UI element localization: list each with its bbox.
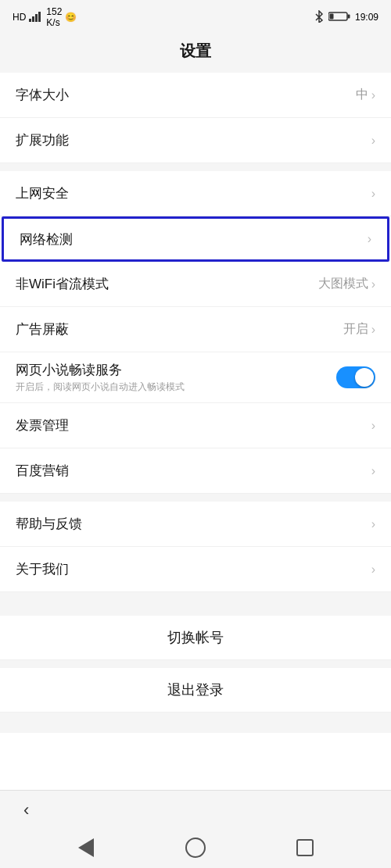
chevron-icon: ›: [371, 323, 375, 337]
status-emoji: 😊: [65, 12, 77, 23]
chevron-icon: ›: [371, 88, 375, 102]
nav-back-button[interactable]: [75, 837, 97, 859]
svg-rect-2: [35, 14, 38, 22]
baidu-marketing-label: 百度营销: [16, 462, 69, 480]
novel-read-toggle[interactable]: [336, 366, 375, 388]
settings-gap-3: [0, 592, 391, 600]
nav-recents-button[interactable]: [294, 837, 316, 859]
settings-item-non-wifi[interactable]: 非WiFi省流模式 大图模式 ›: [0, 262, 391, 307]
chevron-icon: ›: [371, 134, 375, 148]
settings-gap-1: [0, 163, 391, 171]
settings-item-network-detection[interactable]: 网络检测 ›: [2, 216, 389, 262]
settings-container: 字体大小 中 › 扩展功能 › 上网安全 ›: [0, 73, 391, 790]
ad-block-label: 广告屏蔽: [16, 320, 69, 338]
logout-button[interactable]: 退出登录: [0, 668, 391, 713]
nav-top: ‹: [0, 791, 391, 827]
chevron-icon: ›: [368, 232, 371, 246]
non-wifi-value: 大图模式: [318, 276, 368, 292]
settings-item-extended-features[interactable]: 扩展功能 ›: [0, 118, 391, 163]
svg-rect-0: [29, 19, 31, 22]
about-label: 关于我们: [16, 560, 69, 578]
bluetooth-icon: [314, 10, 324, 25]
network-speed: 152K/s: [46, 6, 62, 28]
status-left: HD 152K/s 😊: [13, 6, 77, 28]
chevron-icon: ›: [371, 277, 375, 291]
circle-home-icon: [185, 838, 206, 858]
switch-account-button[interactable]: 切换帐号: [0, 616, 391, 660]
chevron-icon: ›: [371, 517, 375, 531]
font-size-label: 字体大小: [16, 86, 69, 104]
signal-bars: [29, 11, 43, 24]
svg-rect-6: [329, 13, 333, 19]
chevron-icon: ›: [371, 419, 375, 433]
font-size-value: 中: [356, 87, 368, 103]
action-section: 切换帐号 退出登录: [0, 600, 391, 720]
help-label: 帮助与反馈: [16, 515, 82, 533]
bottom-nav: ‹: [0, 790, 391, 868]
settings-item-invoice[interactable]: 发票管理 ›: [0, 403, 391, 448]
invoice-label: 发票管理: [16, 416, 69, 434]
battery-container: [328, 11, 350, 24]
settings-group-3: 帮助与反馈 › 关于我们 ›: [0, 502, 391, 592]
novel-read-sublabel: 开启后，阅读网页小说自动进入畅读模式: [16, 380, 185, 394]
settings-item-about[interactable]: 关于我们 ›: [0, 547, 391, 592]
settings-item-help[interactable]: 帮助与反馈 ›: [0, 502, 391, 547]
chevron-icon: ›: [371, 563, 375, 577]
svg-rect-5: [347, 14, 350, 18]
network-security-label: 上网安全: [16, 184, 69, 202]
settings-group-1: 字体大小 中 › 扩展功能 ›: [0, 73, 391, 163]
svg-rect-3: [38, 12, 41, 22]
page-title: 设置: [0, 34, 391, 73]
triangle-back-icon: [78, 838, 94, 857]
ad-block-value: 开启: [343, 321, 368, 338]
network-detection-label: 网络检测: [20, 230, 73, 248]
toggle-knob: [355, 368, 374, 387]
extended-features-label: 扩展功能: [16, 131, 69, 149]
settings-item-ad-block[interactable]: 广告屏蔽 开启 ›: [0, 307, 391, 352]
chevron-icon: ›: [371, 464, 375, 478]
status-right: 19:09: [314, 10, 378, 25]
settings-item-novel-read[interactable]: 网页小说畅读服务 开启后，阅读网页小说自动进入畅读模式: [0, 352, 391, 403]
settings-item-font-size[interactable]: 字体大小 中 ›: [0, 73, 391, 118]
svg-rect-1: [32, 16, 34, 22]
status-bar: HD 152K/s 😊 19:09: [0, 0, 391, 34]
nav-icons: [0, 827, 391, 868]
network-type: HD: [13, 12, 26, 23]
settings-item-baidu-marketing[interactable]: 百度营销 ›: [0, 448, 391, 494]
nav-home-button[interactable]: [185, 837, 206, 859]
non-wifi-label: 非WiFi省流模式: [16, 275, 109, 293]
settings-item-network-security[interactable]: 上网安全 ›: [0, 171, 391, 216]
chevron-icon: ›: [371, 187, 375, 201]
settings-group-2: 上网安全 › 网络检测 › 非WiFi省流模式 大图模式 ›: [0, 171, 391, 494]
time: 19:09: [355, 12, 378, 23]
square-recents-icon: [296, 839, 314, 856]
settings-gap-2: [0, 494, 391, 502]
novel-read-label: 网页小说畅读服务: [16, 361, 185, 379]
settings-gap-4: [0, 720, 391, 733]
back-button[interactable]: ‹: [23, 800, 29, 820]
